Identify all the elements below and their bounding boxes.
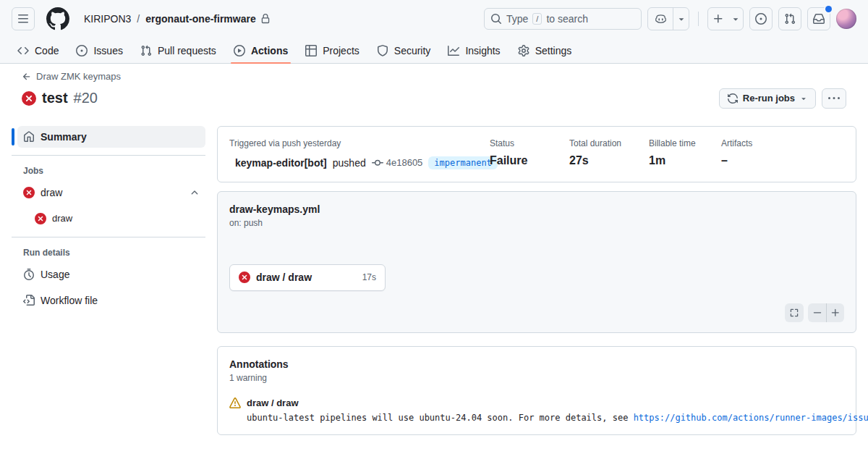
sidebar-workflow-file-label: Workflow file [41, 295, 98, 306]
copilot-dropdown-button[interactable] [673, 8, 689, 30]
issues-global-button[interactable] [749, 7, 773, 30]
annotation-job-name: draw / draw [247, 397, 299, 408]
home-icon [23, 131, 35, 143]
tab-projects[interactable]: Projects [298, 38, 367, 63]
repo-name-link[interactable]: ergonaut-one-firmware [145, 13, 270, 25]
lock-icon [260, 14, 271, 24]
stat-value: 1m [649, 154, 721, 167]
annotation-message-text: ubuntu-latest pipelines will use ubuntu-… [247, 413, 634, 423]
sidebar-item-workflow-file[interactable]: Workflow file [17, 290, 205, 311]
git-pull-request-icon [784, 13, 796, 25]
pull-requests-global-button[interactable] [778, 7, 801, 30]
sidebar-item-summary[interactable]: Summary [17, 126, 205, 148]
graph-fullscreen-button[interactable] [785, 303, 804, 322]
job-node-name: draw / draw [256, 272, 312, 283]
issue-opened-icon [755, 13, 767, 25]
chevron-down-icon [799, 94, 808, 103]
workflow-file-name: draw-keymaps.yml [229, 203, 844, 215]
tab-label: Insights [465, 45, 500, 56]
sidebar-job-draw[interactable]: draw [17, 182, 205, 203]
search-icon [490, 13, 502, 25]
global-menu-button[interactable] [12, 7, 35, 30]
copilot-button-group [647, 7, 689, 30]
git-pull-request-icon [140, 45, 152, 56]
header-divider [698, 12, 699, 26]
file-code-icon [23, 295, 35, 306]
trigger-block: Triggered via push yesterday keymap-edit… [229, 138, 490, 170]
tab-label: Projects [323, 45, 359, 56]
tab-actions[interactable]: Actions [226, 38, 295, 63]
annotation-item: draw / draw ubuntu-latest pipelines will… [229, 397, 844, 423]
failure-status-icon [35, 213, 46, 224]
chevron-down-icon [731, 14, 741, 24]
tab-code[interactable]: Code [10, 38, 66, 63]
tab-settings[interactable]: Settings [511, 38, 579, 63]
annotation-message: ubuntu-latest pipelines will use ubuntu-… [247, 413, 844, 423]
stat-label: Billable time [649, 138, 721, 148]
create-new-button-group [707, 7, 744, 30]
stat-billable-time: Billable time 1m [649, 138, 721, 170]
stat-value: – [721, 154, 752, 167]
sidebar-jobs-heading: Jobs [12, 163, 205, 182]
chevron-up-icon [190, 188, 200, 198]
kebab-icon [828, 93, 840, 104]
run-stats: Status Failure Total duration 27s Billab… [490, 138, 844, 170]
copilot-button[interactable] [648, 8, 673, 30]
failure-status-icon [22, 91, 36, 106]
tab-issues[interactable]: Issues [69, 38, 129, 63]
back-to-workflow-link[interactable]: Draw ZMK keymaps [22, 71, 121, 82]
annotations-card: Annotations 1 warning draw / draw ubuntu… [217, 346, 856, 435]
search-input[interactable]: Type / to search [484, 8, 642, 30]
graph-zoom-out-button[interactable] [808, 303, 826, 322]
commit-hash-link[interactable]: 4e18605 [386, 157, 423, 168]
create-new-dropdown-button[interactable] [728, 8, 743, 30]
annotation-link[interactable]: https://github.com/actions/runner-images… [634, 413, 868, 423]
slash-key-hint: / [532, 13, 542, 25]
sidebar-divider [12, 155, 205, 156]
repo-name-label: ergonaut-one-firmware [145, 13, 255, 25]
github-logo[interactable] [46, 7, 69, 30]
rerun-jobs-button[interactable]: Re-run jobs [719, 88, 816, 109]
user-avatar[interactable] [836, 9, 856, 29]
repo-owner-link[interactable]: KIRIPON3 [84, 13, 131, 25]
sidebar-usage-label: Usage [41, 269, 69, 280]
run-number: #20 [74, 90, 98, 106]
run-actions: Re-run jobs [719, 88, 846, 109]
actor-name-link[interactable]: keymap-editor[bot] [235, 157, 327, 169]
table-icon [305, 45, 317, 56]
sidebar-job-step-draw[interactable]: draw [17, 208, 205, 230]
failure-status-icon [23, 187, 35, 198]
stat-value: Failure [490, 154, 569, 167]
tab-label: Issues [93, 45, 122, 56]
stat-total-duration: Total duration 27s [569, 138, 649, 170]
run-title: test [42, 90, 68, 106]
stopwatch-icon [23, 269, 35, 280]
tab-label: Security [394, 45, 431, 56]
annotation-header: draw / draw [229, 397, 844, 409]
actor-row: keymap-editor[bot] pushed 4e18605 imperm… [229, 156, 490, 170]
annotations-count: 1 warning [229, 373, 844, 383]
dash-icon [812, 308, 822, 318]
sidebar-item-usage[interactable]: Usage [17, 264, 205, 285]
breadcrumb: KIRIPON3 / ergonaut-one-firmware [84, 13, 271, 25]
chevron-down-icon [676, 14, 686, 24]
commit-group: 4e18605 [372, 157, 423, 169]
graph-zoom-in-button[interactable] [826, 303, 844, 322]
run-more-options-button[interactable] [822, 88, 846, 109]
notifications-button[interactable] [807, 7, 830, 30]
sidebar-job-step-label: draw [52, 213, 72, 224]
branch-badge[interactable]: impermanent [428, 156, 497, 169]
create-new-button[interactable] [708, 8, 728, 30]
tab-security[interactable]: Security [370, 38, 438, 63]
copilot-icon [655, 13, 667, 25]
stat-artifacts: Artifacts – [721, 138, 752, 170]
tab-label: Pull requests [158, 45, 216, 56]
workflow-name: Draw ZMK keymaps [36, 71, 121, 82]
run-content: Summary Jobs draw draw Run details [0, 126, 868, 435]
sidebar-run-details-heading: Run details [12, 245, 205, 264]
git-commit-icon [372, 157, 383, 169]
tab-insights[interactable]: Insights [441, 38, 507, 63]
tab-pull-requests[interactable]: Pull requests [133, 38, 224, 63]
job-node-draw[interactable]: draw / draw 17s [229, 264, 386, 291]
arrow-left-icon [22, 72, 32, 82]
